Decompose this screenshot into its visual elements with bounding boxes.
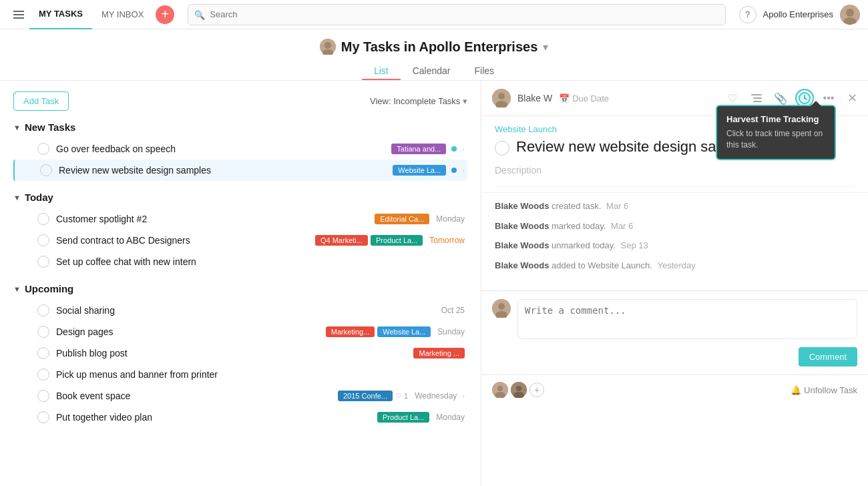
task-name: Pick up menus and banner from printer bbox=[56, 369, 465, 380]
tag[interactable]: Q4 Marketi... bbox=[315, 235, 368, 246]
help-button[interactable]: ? bbox=[739, 6, 756, 23]
task-tags: 2015 Confe... ♡ 1 Wednesday › bbox=[338, 391, 465, 401]
task-checkbox[interactable] bbox=[37, 304, 49, 316]
section-label: Today bbox=[25, 192, 53, 203]
tab-files[interactable]: Files bbox=[463, 61, 507, 80]
bell-icon: 🔔 bbox=[791, 385, 801, 395]
task-row[interactable]: ⋮⋮ Customer spotlight #2 Editorial Ca...… bbox=[13, 208, 467, 230]
activity-date: Yesterday bbox=[657, 260, 695, 270]
section-label: Upcoming bbox=[25, 283, 73, 294]
activity-user: Blake Woods bbox=[495, 240, 549, 250]
task-row[interactable]: ⋮⋮ Design pages Marketing... Website La.… bbox=[13, 321, 467, 342]
add-task-button[interactable]: Add Task bbox=[13, 91, 69, 111]
task-row[interactable]: ⋮⋮ Publish blog post Marketing ... bbox=[13, 342, 467, 364]
tag[interactable]: Marketing ... bbox=[413, 348, 465, 358]
activity-user: Blake Woods bbox=[495, 201, 549, 211]
section-today[interactable]: ▼ Today bbox=[13, 192, 467, 203]
svg-rect-14 bbox=[753, 101, 762, 102]
task-checkbox[interactable] bbox=[37, 234, 49, 246]
task-tags: Q4 Marketi... Product La... Tomorrow bbox=[315, 235, 465, 246]
task-checkbox[interactable] bbox=[37, 390, 49, 402]
left-panel: Add Task View: Incomplete Tasks ▾ ▼ New … bbox=[0, 81, 481, 486]
task-tags: Editorial Ca... Monday bbox=[375, 214, 465, 224]
user-avatar[interactable] bbox=[840, 5, 860, 25]
view-label: View: Incomplete Tasks bbox=[370, 96, 460, 106]
task-checkbox[interactable] bbox=[37, 143, 49, 155]
collapse-button[interactable]: ⌃ bbox=[11, 91, 19, 101]
task-row[interactable]: ⋮⋮ Social sharing Oct 25 bbox=[13, 300, 467, 321]
tab-calendar[interactable]: Calendar bbox=[401, 61, 463, 80]
task-checkbox[interactable] bbox=[37, 256, 49, 268]
task-checkbox[interactable] bbox=[37, 411, 49, 423]
activity-item: Blake Woods created task. Mar 6 bbox=[495, 200, 855, 213]
tag[interactable]: Product La... bbox=[371, 235, 423, 246]
comment-input-wrap: Comment bbox=[517, 299, 857, 367]
task-tags: Marketing ... bbox=[413, 348, 465, 358]
tag[interactable]: Marketing... bbox=[326, 326, 375, 337]
nav-my-tasks[interactable]: MY TASKS bbox=[29, 0, 92, 29]
svg-rect-2 bbox=[13, 17, 24, 19]
task-row[interactable]: ⋮⋮ Go over feedback on speech Tatiana an… bbox=[13, 138, 467, 160]
tag[interactable]: Tatiana and... bbox=[391, 144, 446, 154]
comment-section: Comment bbox=[481, 290, 868, 375]
task-name: Customer spotlight #2 bbox=[56, 214, 375, 224]
add-follower-button[interactable]: + bbox=[529, 383, 544, 397]
nav-my-inbox[interactable]: MY INBOX bbox=[92, 0, 153, 29]
follower-avatar bbox=[492, 382, 508, 398]
page-tabs: List Calendar Files bbox=[362, 61, 506, 80]
section-upcoming[interactable]: ▼ Upcoming bbox=[13, 283, 467, 294]
harvest-tooltip-desc: Click to track time spent on this task. bbox=[726, 128, 825, 151]
harvest-tooltip-title: Harvest Time Tracking bbox=[726, 114, 825, 124]
arrow-icon: › bbox=[462, 392, 465, 400]
task-checkbox[interactable] bbox=[40, 164, 52, 176]
add-button[interactable]: + bbox=[156, 5, 174, 24]
hamburger-menu[interactable] bbox=[8, 11, 29, 19]
task-row[interactable]: ⋮⋮ Put together video plan Product La...… bbox=[13, 407, 467, 428]
task-checkbox[interactable] bbox=[37, 347, 49, 359]
comment-input[interactable] bbox=[517, 299, 857, 339]
task-complete-checkbox[interactable] bbox=[495, 141, 509, 156]
tag[interactable]: Product La... bbox=[377, 412, 429, 423]
task-row[interactable]: ⋮⋮ Book event space 2015 Confe... ♡ 1 We… bbox=[13, 385, 467, 407]
search-input[interactable] bbox=[188, 4, 725, 25]
task-checkbox[interactable] bbox=[37, 213, 49, 225]
svg-rect-1 bbox=[13, 14, 24, 15]
task-row[interactable]: ⋮⋮ Set up coffee chat with new intern bbox=[13, 251, 467, 272]
heart-badge: ♡ 1 bbox=[395, 392, 408, 401]
comment-button[interactable]: Comment bbox=[799, 347, 857, 367]
activity-action: unmarked today. bbox=[552, 240, 616, 250]
view-selector[interactable]: View: Incomplete Tasks ▾ bbox=[370, 96, 467, 106]
task-date: Monday bbox=[436, 214, 465, 224]
task-description[interactable]: Description bbox=[481, 160, 868, 181]
close-button[interactable]: ✕ bbox=[847, 91, 857, 105]
activity-item: Blake Woods added to Website Launch. Yes… bbox=[495, 259, 855, 272]
task-checkbox[interactable] bbox=[37, 369, 49, 381]
activity-action: added to Website Launch. bbox=[552, 260, 652, 270]
follow-section: + 🔔 Unfollow Task bbox=[481, 375, 868, 405]
task-tags: Product La... Monday bbox=[377, 412, 465, 423]
search-container: 🔍 bbox=[188, 4, 725, 25]
tab-list[interactable]: List bbox=[362, 61, 401, 80]
dot-indicator bbox=[451, 146, 457, 152]
detail-due[interactable]: 📅 Due Date bbox=[559, 93, 609, 103]
task-date: Monday bbox=[436, 413, 465, 422]
task-checkbox[interactable] bbox=[37, 326, 49, 338]
task-name: Set up coffee chat with new intern bbox=[56, 256, 465, 267]
task-date: Sunday bbox=[437, 327, 465, 336]
comment-avatar bbox=[492, 299, 511, 318]
calendar-icon: 📅 bbox=[559, 93, 570, 103]
task-row[interactable]: ⋮⋮ Pick up menus and banner from printer bbox=[13, 364, 467, 385]
tag[interactable]: Website La... bbox=[377, 326, 431, 337]
task-row[interactable]: ⋮⋮ Send contract to ABC Designers Q4 Mar… bbox=[13, 230, 467, 251]
tag[interactable]: Website La... bbox=[393, 165, 446, 176]
section-new-tasks[interactable]: ▼ New Tasks bbox=[13, 121, 467, 133]
detail-assignee: Blake W bbox=[517, 93, 552, 103]
activity-item: Blake Woods unmarked today. Sep 13 bbox=[495, 239, 855, 252]
task-tags: Website La... › bbox=[393, 165, 465, 176]
task-row[interactable]: ⋮⋮ Review new website design samples Web… bbox=[13, 160, 467, 181]
tag[interactable]: Editorial Ca... bbox=[375, 214, 429, 224]
page-title-chevron[interactable]: ▾ bbox=[543, 41, 548, 53]
section-arrow: ▼ bbox=[13, 194, 21, 202]
unfollow-button[interactable]: 🔔 Unfollow Task bbox=[791, 385, 857, 395]
tag[interactable]: 2015 Confe... bbox=[338, 391, 393, 401]
